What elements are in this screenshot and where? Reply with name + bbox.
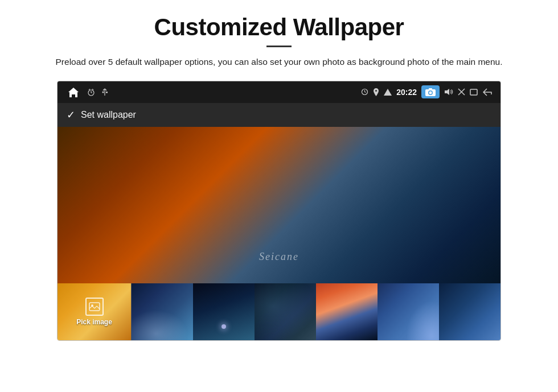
status-left bbox=[65, 84, 109, 100]
svg-line-3 bbox=[89, 89, 90, 90]
window-icon[interactable] bbox=[470, 89, 478, 96]
time-display: 20:22 bbox=[396, 88, 417, 97]
set-wallpaper-label: Set wallpaper bbox=[81, 110, 136, 120]
wallpaper-preview: Seicane bbox=[58, 127, 500, 283]
page-wrapper: Customized Wallpaper Preload over 5 defa… bbox=[0, 0, 558, 341]
camera-active-button[interactable] bbox=[421, 85, 440, 98]
thumbnail-strip: Pick image bbox=[58, 283, 500, 340]
pick-image-label: Pick image bbox=[76, 318, 112, 326]
svg-line-4 bbox=[92, 89, 93, 90]
svg-point-8 bbox=[102, 91, 104, 93]
wallpaper-thumb-5[interactable] bbox=[378, 283, 439, 340]
checkmark-icon: ✓ bbox=[67, 109, 75, 121]
svg-rect-23 bbox=[89, 303, 100, 311]
title-divider bbox=[266, 46, 292, 47]
volume-icon[interactable] bbox=[444, 88, 453, 96]
location-icon bbox=[373, 88, 379, 96]
svg-point-17 bbox=[429, 92, 432, 94]
pick-image-thumb[interactable]: Pick image bbox=[58, 283, 132, 340]
wallpaper-thumb-1[interactable] bbox=[132, 283, 193, 340]
wallpaper-thumb-6[interactable] bbox=[439, 283, 500, 340]
svg-line-12 bbox=[365, 92, 366, 93]
home-button[interactable] bbox=[65, 84, 81, 100]
wallpaper-thumb-4[interactable] bbox=[316, 283, 378, 340]
small-clock-icon bbox=[361, 88, 368, 96]
alarm-icon bbox=[87, 88, 95, 96]
watermark: Seicane bbox=[259, 251, 299, 263]
svg-rect-9 bbox=[106, 92, 108, 93]
action-bar: ✓ Set wallpaper bbox=[58, 103, 500, 127]
svg-point-13 bbox=[375, 90, 377, 92]
signal-icon bbox=[384, 89, 392, 96]
page-title: Customized Wallpaper bbox=[11, 14, 547, 41]
back-icon[interactable] bbox=[482, 88, 493, 96]
wallpaper-thumb-3[interactable] bbox=[255, 283, 316, 340]
svg-marker-19 bbox=[445, 89, 449, 95]
svg-rect-18 bbox=[429, 88, 432, 90]
svg-marker-14 bbox=[384, 89, 392, 96]
wallpaper-thumb-2[interactable] bbox=[193, 283, 255, 340]
svg-rect-22 bbox=[470, 89, 477, 95]
subtitle: Preload over 5 default wallpaper options… bbox=[23, 55, 535, 69]
status-bar: 20:22 bbox=[58, 81, 500, 103]
status-right: 20:22 bbox=[361, 85, 493, 98]
close-icon[interactable] bbox=[458, 88, 465, 96]
pick-image-icon bbox=[85, 298, 104, 316]
screen-mockup: 20:22 bbox=[57, 81, 501, 341]
usb-icon bbox=[101, 88, 109, 96]
